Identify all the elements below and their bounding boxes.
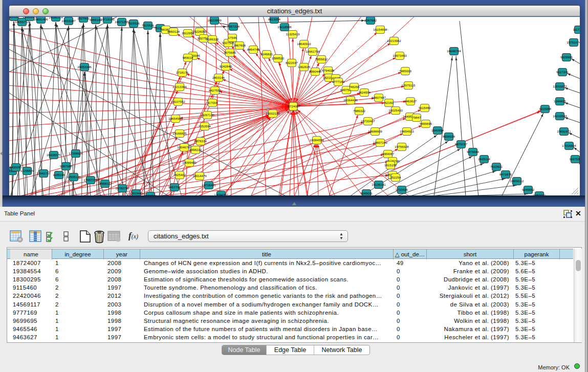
svg-text:16154838: 16154838 bbox=[373, 28, 387, 31]
svg-text:13267130: 13267130 bbox=[200, 113, 214, 117]
svg-text:3624554: 3624554 bbox=[358, 91, 371, 94]
svg-text:6879197: 6879197 bbox=[455, 142, 468, 146]
svg-text:9397588: 9397588 bbox=[60, 164, 73, 168]
svg-text:15751074: 15751074 bbox=[567, 40, 580, 44]
svg-text:3215958: 3215958 bbox=[539, 107, 552, 111]
svg-text:7515526: 7515526 bbox=[127, 21, 140, 25]
svg-text:17359924: 17359924 bbox=[69, 151, 83, 155]
svg-text:8813054: 8813054 bbox=[268, 17, 281, 21]
svg-text:19384554: 19384554 bbox=[310, 138, 324, 142]
svg-text:3675685: 3675685 bbox=[224, 51, 236, 54]
svg-text:8454749: 8454749 bbox=[247, 48, 260, 51]
svg-text:19716485: 19716485 bbox=[202, 183, 216, 187]
svg-text:20691406: 20691406 bbox=[34, 17, 48, 21]
svg-text:62160: 62160 bbox=[384, 101, 394, 104]
svg-text:11156829: 11156829 bbox=[20, 169, 34, 172]
svg-text:15226055: 15226055 bbox=[192, 30, 207, 33]
svg-text:9227341: 9227341 bbox=[556, 70, 569, 74]
svg-text:10973493: 10973493 bbox=[393, 54, 407, 57]
svg-text:1527602: 1527602 bbox=[77, 17, 90, 20]
svg-text:1588520: 1588520 bbox=[272, 56, 285, 60]
svg-text:8322037: 8322037 bbox=[286, 61, 298, 64]
svg-text:9699695: 9699695 bbox=[420, 122, 432, 125]
svg-text:15692971: 15692971 bbox=[557, 129, 571, 133]
svg-text:12505135: 12505135 bbox=[67, 175, 81, 179]
svg-text:10961758: 10961758 bbox=[306, 50, 320, 53]
svg-text:19654923: 19654923 bbox=[400, 129, 414, 133]
svg-text:19654985: 19654985 bbox=[168, 117, 183, 120]
svg-text:19218506: 19218506 bbox=[277, 25, 292, 29]
svg-text:16914479: 16914479 bbox=[192, 174, 207, 178]
svg-text:10958127: 10958127 bbox=[98, 182, 112, 185]
svg-text:252254: 252254 bbox=[390, 176, 401, 179]
svg-text:9329966: 9329966 bbox=[560, 55, 573, 59]
svg-text:17016504: 17016504 bbox=[562, 144, 576, 147]
svg-text:9245652: 9245652 bbox=[522, 188, 535, 191]
svg-text:7253594: 7253594 bbox=[199, 124, 211, 128]
svg-text:1733426: 1733426 bbox=[396, 188, 408, 191]
svg-text:2718176: 2718176 bbox=[176, 71, 189, 74]
svg-text:7515526: 7515526 bbox=[142, 24, 155, 27]
svg-text:16580314: 16580314 bbox=[49, 17, 63, 19]
svg-text:8471676: 8471676 bbox=[499, 172, 512, 176]
svg-text:1117183: 1117183 bbox=[573, 28, 580, 31]
svg-text:12213369: 12213369 bbox=[172, 85, 187, 89]
svg-text:15136141: 15136141 bbox=[372, 183, 386, 186]
svg-text:18640910: 18640910 bbox=[297, 42, 311, 46]
svg-text:10025433: 10025433 bbox=[388, 108, 403, 112]
svg-text:16648784: 16648784 bbox=[447, 49, 461, 53]
svg-text:23002135: 23002135 bbox=[266, 112, 280, 115]
svg-text:7625402: 7625402 bbox=[173, 173, 186, 177]
svg-text:417004: 417004 bbox=[207, 101, 218, 104]
svg-text:1167534: 1167534 bbox=[569, 157, 580, 161]
svg-text:1244415: 1244415 bbox=[554, 99, 567, 103]
svg-text:8186328: 8186328 bbox=[206, 37, 219, 41]
svg-text:2803144: 2803144 bbox=[212, 76, 225, 79]
svg-text:9146821: 9146821 bbox=[260, 52, 273, 56]
svg-text:14099489: 14099489 bbox=[182, 161, 197, 164]
svg-text:9474444: 9474444 bbox=[467, 150, 480, 154]
svg-text:7485003: 7485003 bbox=[399, 69, 412, 73]
svg-text:2867608: 2867608 bbox=[233, 43, 246, 47]
svg-text:9777169: 9777169 bbox=[332, 80, 345, 83]
svg-text:11325419: 11325419 bbox=[286, 32, 300, 36]
svg-text:8660124: 8660124 bbox=[167, 30, 180, 33]
svg-text:2935114: 2935114 bbox=[478, 157, 490, 161]
svg-text:10807487: 10807487 bbox=[372, 96, 386, 99]
svg-text:8878334: 8878334 bbox=[194, 139, 207, 143]
svg-text:1362615: 1362615 bbox=[298, 65, 311, 69]
svg-text:7357224: 7357224 bbox=[227, 25, 240, 28]
svg-text:1640954: 1640954 bbox=[431, 128, 444, 132]
svg-text:15720407: 15720407 bbox=[361, 119, 375, 123]
svg-text:10653287: 10653287 bbox=[61, 19, 76, 23]
svg-text:9242848: 9242848 bbox=[220, 64, 232, 68]
svg-text:7986322: 7986322 bbox=[353, 109, 366, 113]
svg-text:9457791: 9457791 bbox=[168, 185, 181, 189]
svg-text:8990448: 8990448 bbox=[309, 70, 322, 73]
svg-text:2087682: 2087682 bbox=[364, 18, 377, 22]
svg-text:8938928: 8938928 bbox=[443, 135, 455, 138]
svg-text:8498222: 8498222 bbox=[189, 148, 202, 151]
svg-text:18807249: 18807249 bbox=[373, 141, 387, 144]
svg-text:9463627: 9463627 bbox=[404, 99, 417, 103]
svg-text:10719155: 10719155 bbox=[100, 17, 115, 21]
svg-text:1145194: 1145194 bbox=[53, 173, 65, 177]
svg-text:12093872: 12093872 bbox=[553, 84, 567, 88]
svg-text:18107552: 18107552 bbox=[171, 100, 185, 103]
svg-text:20364436: 20364436 bbox=[343, 98, 358, 102]
svg-text:9115460: 9115460 bbox=[419, 106, 431, 110]
svg-text:989018: 989018 bbox=[183, 56, 193, 59]
svg-text:1615152: 1615152 bbox=[384, 163, 397, 167]
svg-text:79847: 79847 bbox=[412, 116, 421, 119]
svg-text:16033809: 16033809 bbox=[207, 18, 222, 22]
svg-text:17546: 17546 bbox=[228, 36, 237, 39]
svg-text:19756928: 19756928 bbox=[395, 145, 409, 148]
svg-text:16210643: 16210643 bbox=[553, 114, 567, 118]
svg-text:18724007: 18724007 bbox=[286, 104, 300, 108]
svg-text:12213962: 12213962 bbox=[387, 39, 401, 42]
svg-text:6794028: 6794028 bbox=[322, 69, 335, 72]
svg-text:7955812: 7955812 bbox=[315, 57, 328, 61]
svg-text:7632621: 7632621 bbox=[490, 165, 503, 168]
svg-text:12942737: 12942737 bbox=[36, 171, 51, 175]
svg-text:10688609: 10688609 bbox=[368, 129, 382, 133]
